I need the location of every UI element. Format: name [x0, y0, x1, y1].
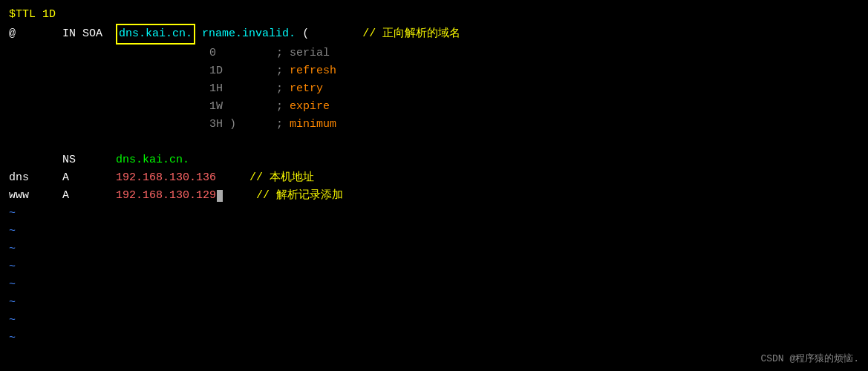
tilde-line-5: ~	[9, 276, 859, 294]
ns-value: dns.kai.cn.	[116, 151, 189, 169]
retry-label: retry	[290, 80, 323, 98]
line-ns: NS dns.kai.cn.	[9, 151, 859, 169]
open-paren: (	[296, 25, 309, 43]
minimum-label: minimum	[290, 116, 336, 134]
tilde-line-3: ~	[9, 240, 859, 258]
line-blank	[9, 134, 859, 151]
line-ttl: $TTL 1D	[9, 6, 859, 24]
dns-ip: 192.168.130.136	[116, 169, 216, 187]
serial-value: 0 ; serial	[9, 45, 330, 62]
line-www-a: www A 192.168.130.129 // 解析记录添加	[9, 187, 859, 205]
text-cursor	[217, 190, 223, 202]
rname: rname.invalid.	[202, 25, 296, 43]
dns-host-label: dns	[9, 169, 29, 187]
line-minimum: 3H ) ; minimum	[9, 116, 859, 134]
soa-space	[195, 25, 202, 43]
dns-comment: // 本机地址	[216, 169, 314, 187]
dns-hostname-highlighted: dns.kai.cn.	[116, 24, 195, 45]
www-a-type: A	[29, 187, 116, 205]
dns-a-type: A	[29, 169, 116, 187]
comment-forward-dns: // 正向解析的域名	[309, 25, 460, 43]
watermark: CSDN @程序猿的烦恼.	[760, 352, 859, 365]
ttl-directive: $TTL 1D	[9, 6, 56, 24]
refresh-label: refresh	[290, 62, 336, 80]
line-serial: 0 ; serial	[9, 45, 859, 62]
at-symbol: @	[9, 25, 16, 43]
www-host-label: www	[9, 187, 29, 205]
tilde-line-2: ~	[9, 223, 859, 240]
www-comment: // 解析记录添加	[223, 187, 343, 205]
line-retry: 1H ; retry	[9, 80, 859, 98]
tilde-line-7: ~	[9, 312, 859, 329]
www-ip: 192.168.130.129	[116, 187, 216, 205]
minimum-prefix: 3H ) ;	[9, 116, 290, 134]
expire-label: expire	[290, 98, 330, 116]
soa-in: IN SOA	[16, 25, 116, 43]
code-editor: $TTL 1D @ IN SOA dns.kai.cn. rname.inval…	[0, 0, 868, 371]
tilde-line-4: ~	[9, 258, 859, 276]
tilde-line-8: ~	[9, 329, 859, 347]
expire-prefix: 1W ;	[9, 98, 290, 116]
tilde-line-1: ~	[9, 205, 859, 223]
line-refresh: 1D ; refresh	[9, 62, 859, 80]
refresh-prefix: 1D ;	[9, 62, 290, 80]
line-soa: @ IN SOA dns.kai.cn. rname.invalid. ( //…	[9, 24, 859, 45]
line-dns-a: dns A 192.168.130.136 // 本机地址	[9, 169, 859, 187]
line-expire: 1W ; expire	[9, 98, 859, 116]
tilde-line-6: ~	[9, 294, 859, 312]
retry-prefix: 1H ;	[9, 80, 290, 98]
ns-indent: NS	[9, 151, 116, 169]
